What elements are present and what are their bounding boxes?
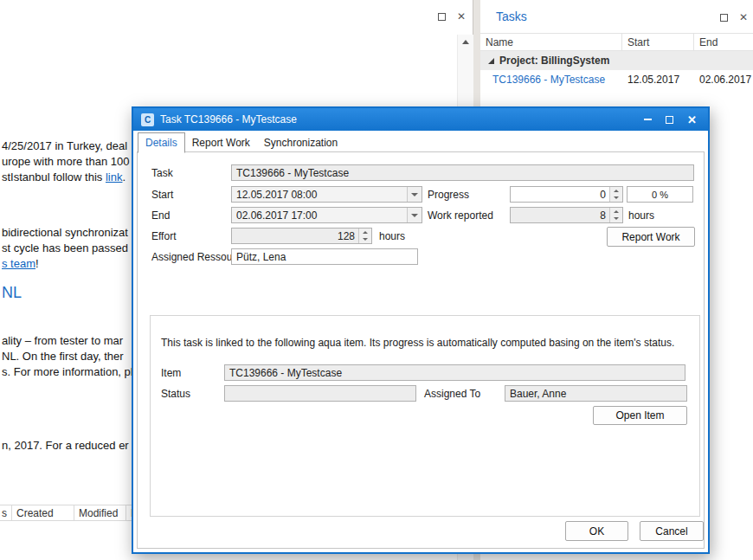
start-date-combo[interactable]: 12.05.2017 08:00 xyxy=(231,186,422,203)
assigned-to-label: Assigned To xyxy=(424,388,480,400)
table-column-header[interactable]: s xyxy=(0,505,12,520)
tabstrip: Details Report Work Synchronization xyxy=(138,132,344,152)
column-header-name[interactable]: Name xyxy=(480,34,622,50)
start-date-value: 12.05.2017 08:00 xyxy=(232,187,407,202)
details-tab-page: Task TC139666 - MyTestcase Start 12.05.2… xyxy=(137,151,705,549)
cancel-button[interactable]: Cancel xyxy=(640,521,704,541)
spin-down-icon xyxy=(614,196,619,199)
spin-down-icon xyxy=(363,238,368,241)
dropdown-button[interactable] xyxy=(407,187,422,202)
effort-spinner[interactable]: 128 xyxy=(231,228,372,244)
tasks-panel-title: Tasks xyxy=(496,10,527,23)
tab-details[interactable]: Details xyxy=(138,132,185,153)
doc-text-line: s. For more information, pl xyxy=(2,365,133,378)
end-label: End xyxy=(151,209,170,222)
task-start-cell: 12.05.2017 xyxy=(622,74,694,86)
work-reported-suffix: hours xyxy=(628,209,654,222)
chevron-down-icon xyxy=(411,193,418,196)
doc-text: stIstanbul follow this xyxy=(2,171,106,183)
maximize-icon[interactable] xyxy=(438,13,446,21)
spin-up-icon xyxy=(363,231,368,234)
window-controls: ✕ xyxy=(438,11,466,22)
ok-button[interactable]: OK xyxy=(565,521,628,541)
item-field[interactable]: TC139666 - MyTestcase xyxy=(224,364,685,381)
doc-text-line: bidirectional synchronizat xyxy=(2,226,128,239)
effort-value: 128 xyxy=(232,229,358,243)
close-icon[interactable]: ✕ xyxy=(457,11,466,22)
work-reported-label: Work reported xyxy=(428,209,493,222)
minimize-icon[interactable] xyxy=(644,119,652,120)
linked-item-groupbox: This task is linked to the following aqu… xyxy=(150,315,700,517)
item-label: Item xyxy=(161,367,181,379)
doc-heading: NL xyxy=(2,284,22,302)
doc-hyperlink[interactable]: s team xyxy=(2,257,35,270)
task-field[interactable]: TC139666 - MyTestcase xyxy=(231,164,694,181)
column-header-end[interactable]: End xyxy=(694,34,753,50)
doc-text-line: s team! xyxy=(2,257,39,270)
group-expand-icon[interactable] xyxy=(488,58,494,64)
open-item-button[interactable]: Open Item xyxy=(593,406,687,425)
tasks-window-controls: ✕ xyxy=(720,12,748,23)
progress-value: 0 xyxy=(511,187,609,202)
column-header-start[interactable]: Start xyxy=(622,34,694,50)
task-end-cell: 02.06.2017 xyxy=(694,74,753,86)
group-row-project[interactable]: Project: BillingSystem xyxy=(480,51,753,70)
doc-text-line: n, 2017. For a reduced er xyxy=(2,439,129,452)
spin-up-button[interactable] xyxy=(610,208,622,216)
close-icon[interactable]: ✕ xyxy=(687,114,697,126)
dialog-body: Details Report Work Synchronization Task… xyxy=(133,131,708,552)
dialog-titlebar[interactable]: C Task TC139666 - MyTestcase ✕ xyxy=(133,108,708,131)
assigned-ressource-field[interactable]: Pütz, Lena xyxy=(231,248,418,265)
table-row[interactable]: TC139666 - MyTestcase 12.05.2017 02.06.2… xyxy=(480,70,753,88)
linked-item-description: This task is linked to the following aqu… xyxy=(161,337,674,349)
doc-text-line: 4/25/2017 in Turkey, deal xyxy=(2,139,127,152)
doc-text: ! xyxy=(35,257,39,270)
spin-buttons xyxy=(609,187,622,202)
table-column-header-created[interactable]: Created xyxy=(12,505,74,520)
dropdown-button[interactable] xyxy=(407,208,422,222)
effort-suffix: hours xyxy=(379,230,405,242)
close-icon[interactable]: ✕ xyxy=(739,12,748,23)
status-field[interactable] xyxy=(224,385,416,402)
doc-text-line: ality – from tester to mar xyxy=(2,334,123,347)
doc-text-line: NL. On the first day, ther xyxy=(2,350,124,363)
spin-up-button[interactable] xyxy=(359,229,371,236)
effort-label: Effort xyxy=(151,230,176,242)
spin-up-button[interactable] xyxy=(610,187,622,195)
spin-buttons xyxy=(358,229,371,243)
task-dialog: C Task TC139666 - MyTestcase ✕ Details R… xyxy=(132,106,710,554)
maximize-icon[interactable] xyxy=(720,14,728,22)
doc-text-line: urope with more than 100 xyxy=(2,155,129,168)
end-date-value: 02.06.2017 17:00 xyxy=(232,208,407,222)
spin-down-icon xyxy=(614,217,619,220)
tasks-grid-header: Name Start End xyxy=(480,33,753,51)
assigned-to-field[interactable]: Bauer, Anne xyxy=(505,385,687,402)
tab-synchronization[interactable]: Synchronization xyxy=(257,133,344,152)
spin-up-icon xyxy=(614,210,619,213)
table-column-header-modified[interactable]: Modified xyxy=(74,505,126,520)
work-reported-value: 8 xyxy=(511,208,609,222)
task-label: Task xyxy=(151,167,173,179)
work-reported-spinner[interactable]: 8 xyxy=(510,207,623,223)
spin-down-button[interactable] xyxy=(610,195,622,203)
start-label: Start xyxy=(151,189,173,201)
task-link[interactable]: TC139666 - MyTestcase xyxy=(480,74,622,86)
dialog-window-controls: ✕ xyxy=(644,114,700,126)
tab-report-work[interactable]: Report Work xyxy=(185,133,257,152)
doc-text-line: st cycle has been passed xyxy=(2,241,128,254)
spin-down-button[interactable] xyxy=(359,236,371,244)
dialog-title: Task TC139666 - MyTestcase xyxy=(160,113,297,126)
chevron-down-icon xyxy=(411,214,418,217)
spin-buttons xyxy=(609,208,622,222)
group-row-label: Project: BillingSystem xyxy=(499,55,609,67)
scroll-up-button[interactable] xyxy=(458,35,473,49)
progress-spinner[interactable]: 0 xyxy=(510,186,623,203)
doc-hyperlink[interactable]: link xyxy=(106,171,123,183)
progress-percent-indicator: 0 % xyxy=(627,186,693,203)
spin-down-button[interactable] xyxy=(610,216,622,223)
spin-up-icon xyxy=(614,190,619,192)
maximize-icon[interactable] xyxy=(666,116,673,124)
scroll-up-arrow-icon xyxy=(462,40,469,44)
end-date-combo[interactable]: 02.06.2017 17:00 xyxy=(231,207,422,223)
report-work-button[interactable]: Report Work xyxy=(607,227,695,247)
